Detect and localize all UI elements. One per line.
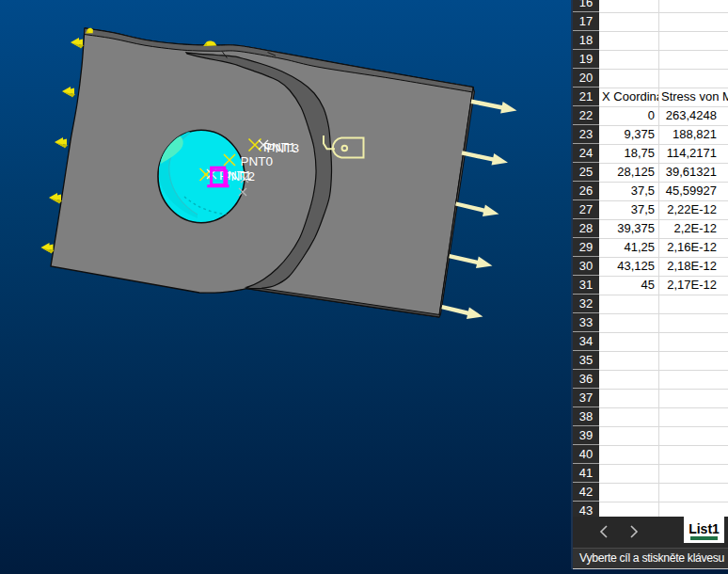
svg-text:PNT0: PNT0 — [241, 154, 274, 168]
